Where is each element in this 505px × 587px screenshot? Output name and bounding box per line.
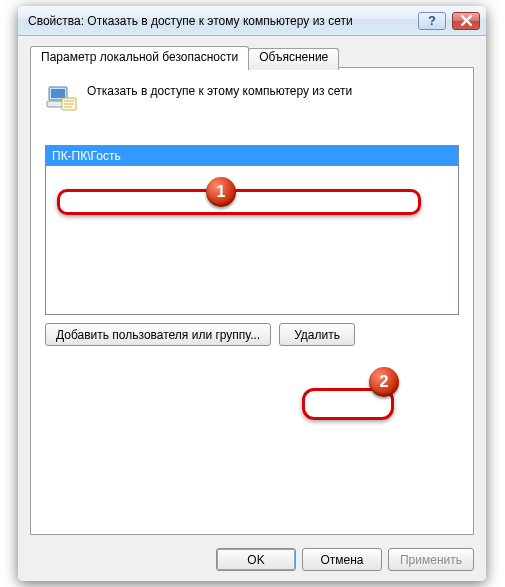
svg-rect-1 — [51, 89, 65, 98]
policy-icon — [45, 82, 77, 117]
ok-button[interactable]: OK — [216, 548, 296, 571]
cancel-button[interactable]: Отмена — [302, 548, 382, 571]
tab-label: Объяснение — [259, 50, 328, 64]
window-title: Свойства: Отказать в доступе к этому ком… — [28, 14, 412, 28]
list-item[interactable]: ПК-ПК\Гость — [46, 146, 458, 166]
help-icon: ? — [428, 13, 436, 28]
dialog-buttons: OK Отмена Применить — [216, 548, 474, 571]
tab-local-security-setting[interactable]: Параметр локальной безопасности — [30, 46, 249, 68]
list-item-label: ПК-ПК\Гость — [52, 149, 121, 163]
button-label: Удалить — [294, 328, 340, 342]
list-buttons-row: Добавить пользователя или группу... Удал… — [45, 323, 459, 346]
policy-title: Отказать в доступе к этому компьютеру из… — [87, 82, 352, 98]
tab-page: Отказать в доступе к этому компьютеру из… — [30, 67, 474, 535]
tab-strip: Параметр локальной безопасности Объяснен… — [30, 46, 474, 68]
button-label: Отмена — [320, 553, 363, 567]
button-label: Применить — [400, 553, 462, 567]
tab-label: Параметр локальной безопасности — [41, 50, 238, 64]
button-label: Добавить пользователя или группу... — [56, 328, 260, 342]
apply-button: Применить — [388, 548, 474, 571]
close-icon — [461, 15, 472, 26]
remove-button[interactable]: Удалить — [279, 323, 355, 346]
button-label: OK — [247, 553, 264, 567]
help-button[interactable]: ? — [418, 12, 446, 30]
policy-header: Отказать в доступе к этому компьютеру из… — [45, 82, 459, 117]
dialog-window: Свойства: Отказать в доступе к этому ком… — [18, 6, 486, 581]
client-area: Параметр локальной безопасности Объяснен… — [18, 36, 486, 581]
tab-explain[interactable]: Объяснение — [248, 48, 339, 70]
principals-listbox[interactable]: ПК-ПК\Гость — [45, 145, 459, 315]
titlebar[interactable]: Свойства: Отказать в доступе к этому ком… — [18, 6, 486, 36]
close-button[interactable] — [452, 12, 480, 30]
add-user-or-group-button[interactable]: Добавить пользователя или группу... — [45, 323, 271, 346]
